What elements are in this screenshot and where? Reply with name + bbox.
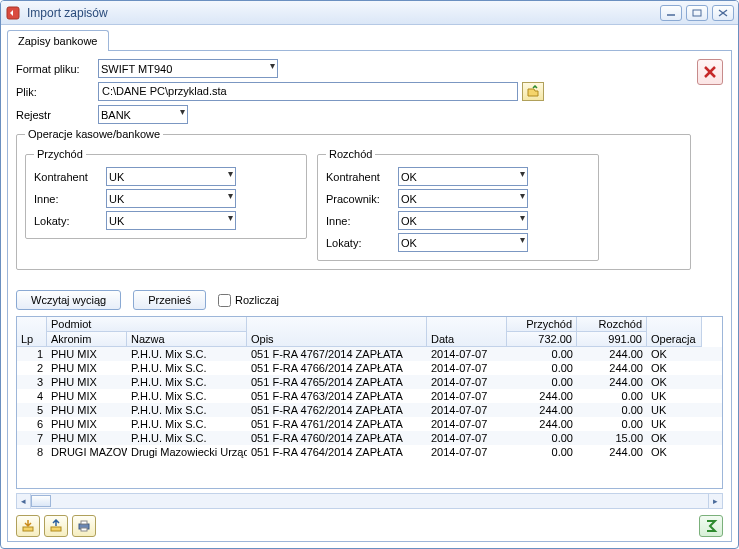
table-cell: P.H.U. Mix S.C. <box>127 375 247 389</box>
titlebar: Import zapisów <box>1 1 738 25</box>
sum-przychod: 732.00 <box>507 332 577 347</box>
sum-icon-button[interactable] <box>699 515 723 537</box>
table-row[interactable]: 2PHU MIXP.H.U. Mix S.C.051 F-RA 4766/201… <box>17 361 722 375</box>
col-akronim[interactable]: Akronim <box>47 332 127 347</box>
svg-rect-7 <box>23 527 33 531</box>
table-cell: Drugi Mazowiecki Urząd S <box>127 445 247 459</box>
scroll-thumb[interactable] <box>31 495 51 507</box>
table-cell: 051 F-RA 4763/2014 ZAPŁATA <box>247 389 427 403</box>
table-cell: 15.00 <box>577 431 647 445</box>
table-cell: OK <box>647 361 702 375</box>
table-cell: 0.00 <box>507 361 577 375</box>
file-path-input[interactable]: C:\DANE PC\przyklad.sta <box>98 82 518 101</box>
table-cell: 1 <box>17 347 47 361</box>
table-cell: 0.00 <box>507 445 577 459</box>
data-grid[interactable]: Lp Podmiot Opis Data Przychód Rozchód Op… <box>16 316 723 489</box>
table-cell: 051 F-RA 4766/2014 ZAPŁATA <box>247 361 427 375</box>
plik-label: Plik: <box>16 86 98 98</box>
table-cell: 2014-07-07 <box>427 445 507 459</box>
svg-rect-10 <box>81 521 87 524</box>
table-cell: 0.00 <box>507 347 577 361</box>
app-icon <box>5 5 21 21</box>
table-cell: OK <box>647 375 702 389</box>
col-podmiot[interactable]: Podmiot <box>47 317 247 332</box>
rozliczaj-checkbox[interactable]: Rozliczaj <box>218 294 279 307</box>
table-cell: 8 <box>17 445 47 459</box>
rejestr-select[interactable]: BANK <box>98 105 188 124</box>
table-cell: UK <box>647 389 702 403</box>
table-row[interactable]: 5PHU MIXP.H.U. Mix S.C.051 F-RA 4762/201… <box>17 403 722 417</box>
import-icon-button[interactable] <box>16 515 40 537</box>
table-cell: 0.00 <box>577 417 647 431</box>
col-nazwa[interactable]: Nazwa <box>127 332 247 347</box>
close-button[interactable] <box>712 5 734 21</box>
table-cell: 0.00 <box>577 403 647 417</box>
table-cell: OK <box>647 445 702 459</box>
maximize-button[interactable] <box>686 5 708 21</box>
col-opis[interactable]: Opis <box>247 317 427 347</box>
svg-rect-11 <box>81 528 87 531</box>
table-row[interactable]: 6PHU MIXP.H.U. Mix S.C.051 F-RA 4761/201… <box>17 417 722 431</box>
expense-group: Rozchód Kontrahent OK Pracownik: OK <box>317 148 599 261</box>
tab-zapisy-bankowe[interactable]: Zapisy bankowe <box>7 30 109 51</box>
col-operacja[interactable]: Operacja <box>647 317 702 347</box>
table-cell: 244.00 <box>507 417 577 431</box>
scroll-right-icon[interactable]: ▸ <box>708 494 722 508</box>
table-cell: 2014-07-07 <box>427 361 507 375</box>
rozliczaj-label: Rozliczaj <box>235 294 279 306</box>
table-cell: 244.00 <box>577 347 647 361</box>
table-row[interactable]: 1PHU MIXP.H.U. Mix S.C.051 F-RA 4767/201… <box>17 347 722 361</box>
minimize-button[interactable] <box>660 5 682 21</box>
table-cell: DRUGI MAZOW <box>47 445 127 459</box>
expense-lokaty-select[interactable]: OK <box>398 233 528 252</box>
przenies-button[interactable]: Przenieś <box>133 290 206 310</box>
expense-pracownik-select[interactable]: OK <box>398 189 528 208</box>
income-inne-select[interactable]: UK <box>106 189 236 208</box>
wczytaj-button[interactable]: Wczytaj wyciąg <box>16 290 121 310</box>
income-lokaty-select[interactable]: UK <box>106 211 236 230</box>
table-cell: OK <box>647 431 702 445</box>
table-cell: 051 F-RA 4761/2014 ZAPŁATA <box>247 417 427 431</box>
table-cell: 051 F-RA 4765/2014 ZAPŁATA <box>247 375 427 389</box>
rozliczaj-input[interactable] <box>218 294 231 307</box>
income-kontrahent-label: Kontrahent <box>34 171 106 183</box>
income-lokaty-label: Lokaty: <box>34 215 106 227</box>
format-select[interactable]: SWIFT MT940 <box>98 59 278 78</box>
col-przychod[interactable]: Przychód <box>507 317 577 332</box>
import-window: Import zapisów Zapisy bankowe Format pli… <box>0 0 739 549</box>
table-cell: 6 <box>17 417 47 431</box>
col-data[interactable]: Data <box>427 317 507 347</box>
table-cell: 244.00 <box>577 375 647 389</box>
table-cell: UK <box>647 417 702 431</box>
income-inne-label: Inne: <box>34 193 106 205</box>
table-cell: UK <box>647 403 702 417</box>
print-icon-button[interactable] <box>72 515 96 537</box>
table-cell: 244.00 <box>577 361 647 375</box>
table-cell: 2014-07-07 <box>427 375 507 389</box>
table-cell: 3 <box>17 375 47 389</box>
expense-inne-select[interactable]: OK <box>398 211 528 230</box>
horizontal-scrollbar[interactable]: ◂ ▸ <box>16 493 723 509</box>
col-rozchod[interactable]: Rozchód <box>577 317 647 332</box>
table-cell: PHU MIX <box>47 389 127 403</box>
cancel-button[interactable] <box>697 59 723 85</box>
table-row[interactable]: 8DRUGI MAZOWDrugi Mazowiecki Urząd S051 … <box>17 445 722 459</box>
col-lp[interactable]: Lp <box>17 317 47 347</box>
table-cell: 2 <box>17 361 47 375</box>
table-cell: 2014-07-07 <box>427 431 507 445</box>
svg-rect-8 <box>51 527 61 531</box>
svg-rect-2 <box>693 10 701 16</box>
table-cell: OK <box>647 347 702 361</box>
table-row[interactable]: 3PHU MIXP.H.U. Mix S.C.051 F-RA 4765/201… <box>17 375 722 389</box>
expense-kontrahent-select[interactable]: OK <box>398 167 528 186</box>
income-kontrahent-select[interactable]: UK <box>106 167 236 186</box>
format-label: Format pliku: <box>16 63 98 75</box>
scroll-left-icon[interactable]: ◂ <box>17 494 31 508</box>
table-row[interactable]: 4PHU MIXP.H.U. Mix S.C.051 F-RA 4763/201… <box>17 389 722 403</box>
operations-legend: Operacje kasowe/bankowe <box>25 128 163 140</box>
export-icon-button[interactable] <box>44 515 68 537</box>
expense-legend: Rozchód <box>326 148 375 160</box>
table-row[interactable]: 7PHU MIXP.H.U. Mix S.C.051 F-RA 4760/201… <box>17 431 722 445</box>
expense-lokaty-label: Lokaty: <box>326 237 398 249</box>
browse-file-button[interactable] <box>522 82 544 101</box>
